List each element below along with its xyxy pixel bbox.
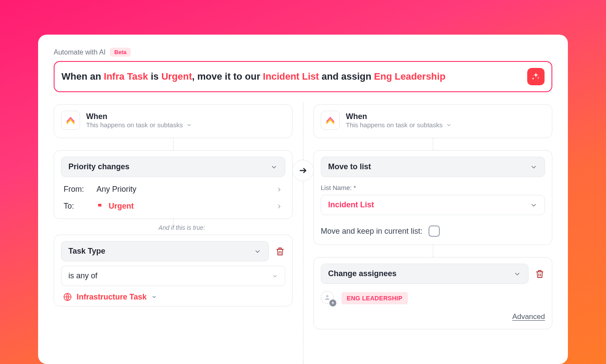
column-divider — [303, 102, 303, 364]
priority-to-row[interactable]: To: Urgent — [61, 194, 285, 211]
arrow-right-icon — [298, 166, 308, 175]
chevron-down-icon — [530, 163, 538, 171]
panel-title: Automate with AI — [54, 48, 106, 56]
keep-in-list-label: Move and keep in current list: — [321, 227, 422, 236]
advanced-link[interactable]: Advanced — [512, 312, 545, 321]
ai-prompt-input[interactable]: When an Infra Task is Urgent, move it to… — [54, 61, 552, 92]
app-logo-icon — [321, 111, 340, 130]
chevron-down-icon — [530, 201, 538, 209]
svg-point-1 — [326, 295, 328, 297]
panel-header: Automate with AI Beta — [54, 48, 552, 57]
app-logo-icon — [61, 111, 80, 130]
chevron-down-icon — [446, 122, 452, 128]
plus-icon: + — [329, 300, 336, 306]
list-name-label: List Name: * — [321, 184, 545, 191]
when-card-right[interactable]: When This happens on task or subtasks — [313, 104, 552, 138]
when-title: When — [346, 112, 452, 121]
priority-from-row[interactable]: From: Any Priority — [61, 177, 285, 194]
condition-field-select[interactable]: Task Type — [61, 241, 269, 261]
chevron-down-icon — [151, 294, 157, 300]
keep-in-list-checkbox[interactable] — [429, 225, 440, 237]
person-icon — [324, 294, 331, 301]
beta-badge: Beta — [110, 48, 131, 57]
condition-value-select[interactable]: Infrastructure Task — [61, 286, 285, 302]
when-subtitle[interactable]: This happens on task or subtasks — [346, 121, 452, 129]
globe-icon — [63, 292, 72, 302]
ai-prompt-text: When an Infra Task is Urgent, move it to… — [61, 70, 522, 83]
chevron-down-icon — [272, 273, 278, 279]
chevron-right-icon — [276, 203, 283, 210]
connector-line — [433, 138, 433, 150]
flow-arrow — [292, 160, 314, 181]
connector-line — [173, 138, 174, 150]
chevron-down-icon — [254, 248, 261, 255]
action-assignees-card: Change assignees + ENG LEADERSHIP Advanc… — [313, 257, 552, 329]
sparkle-icon — [531, 72, 541, 81]
chevron-down-icon — [513, 270, 521, 278]
automation-panel: Automate with AI Beta When an Infra Task… — [38, 35, 568, 364]
action-column: When This happens on task or subtasks Mo… — [313, 104, 552, 329]
condition-operator-select[interactable]: is any of — [61, 266, 285, 286]
action-move-card: Move to list List Name: * Incident List … — [313, 150, 552, 245]
chevron-down-icon — [270, 163, 278, 171]
when-title: When — [86, 112, 192, 121]
condition-intro: And if this is true: — [54, 224, 293, 231]
when-card[interactable]: When This happens on task or subtasks — [54, 104, 293, 138]
trash-icon[interactable] — [535, 269, 545, 279]
list-picker[interactable]: Incident List — [321, 195, 545, 215]
automation-columns: When This happens on task or subtasks Pr… — [54, 104, 552, 329]
action-type-select-2[interactable]: Change assignees — [321, 264, 529, 284]
when-subtitle[interactable]: This happens on task or subtasks — [86, 121, 192, 129]
chevron-right-icon — [276, 186, 283, 193]
trigger-column: When This happens on task or subtasks Pr… — [54, 104, 293, 329]
connector-line — [433, 245, 433, 257]
condition-card: Task Type is any of Infrastructure Task — [54, 235, 293, 306]
ai-generate-button[interactable] — [527, 68, 545, 85]
action-type-select[interactable]: Move to list — [321, 157, 545, 177]
trigger-card: Priority changes From: Any Priority To: … — [54, 150, 293, 219]
trash-icon[interactable] — [275, 246, 285, 257]
add-assignee-button[interactable]: + — [321, 291, 335, 306]
chevron-down-icon — [186, 122, 192, 128]
trigger-type-select[interactable]: Priority changes — [61, 157, 285, 177]
assignee-pill[interactable]: ENG LEADERSHIP — [342, 292, 408, 304]
flag-icon — [97, 203, 104, 210]
